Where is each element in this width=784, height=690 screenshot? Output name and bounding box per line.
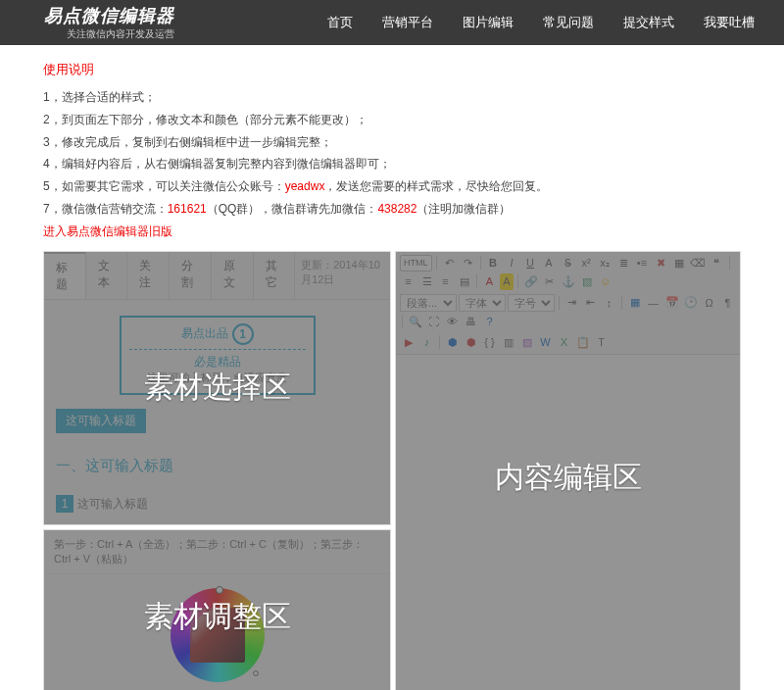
ul-icon[interactable]: •≡ (634, 255, 651, 271)
code-icon[interactable]: { } (481, 334, 498, 351)
size-select[interactable]: 字号 (508, 294, 555, 312)
align-justify-icon[interactable]: ▤ (456, 273, 472, 290)
paragraph-select[interactable]: 段落... (400, 294, 457, 312)
preview-icon[interactable]: 👁 (444, 314, 461, 330)
remove-format-icon[interactable]: ⌫ (690, 255, 707, 271)
template-tabs: 标题 文本 关注 分割 原文 其它 更新：2014年10月12日 (44, 252, 390, 300)
undo-icon[interactable]: ↶ (441, 255, 458, 271)
color-wheel[interactable] (171, 588, 265, 682)
blockquote-icon[interactable]: ❝ (709, 255, 725, 271)
unlink-icon[interactable]: ✂ (541, 273, 558, 290)
color-square[interactable] (190, 608, 245, 663)
nav-feedback[interactable]: 我要吐槽 (704, 14, 755, 31)
video-icon[interactable]: ▶ (400, 334, 416, 351)
word-icon[interactable]: W (537, 334, 554, 351)
lineheight-icon[interactable]: ↕ (601, 294, 617, 311)
logo: 易点微信编辑器 关注微信内容开发及运营 (44, 4, 174, 41)
editor-panel: HTML ↶ ↷ B I U A S̶ x² x₂ ≣ •≡ ✖ ▦ ⌫ ❝ ≡ (395, 251, 741, 690)
bold-icon[interactable]: B (485, 255, 502, 271)
align-left-icon[interactable]: ≡ (400, 273, 416, 290)
nav-faq[interactable]: 常见问题 (543, 14, 594, 31)
tab-title[interactable]: 标题 (44, 252, 86, 299)
number-badge-icon: 1 (232, 323, 254, 345)
italic-icon[interactable]: I (504, 255, 520, 271)
tab-other[interactable]: 其它 (254, 252, 296, 299)
hue-handle-icon[interactable] (216, 586, 223, 594)
adjust-panel: 第一步：Ctrl + A（全选）；第二步：Ctrl + C（复制）；第三步：Ct… (43, 529, 391, 690)
music-icon[interactable]: ♪ (418, 334, 435, 351)
strike-icon[interactable]: S̶ (560, 255, 576, 271)
font-select[interactable]: 字体 (459, 294, 506, 312)
legacy-link[interactable]: 进入易点微信编辑器旧版 (43, 224, 172, 238)
superscript-icon[interactable]: x² (578, 255, 595, 271)
subscript-icon[interactable]: x₂ (597, 255, 613, 271)
template-update: 更新：2014年10月12日 (295, 252, 390, 299)
number-icon: 1 (56, 495, 74, 513)
clear-format-icon[interactable]: ✖ (653, 255, 669, 271)
paste-icon[interactable]: 📋 (574, 334, 591, 351)
tab-original[interactable]: 原文 (212, 252, 254, 299)
adjust-instructions: 第一步：Ctrl + A（全选）；第二步：Ctrl + C（复制）；第三步：Ct… (44, 530, 390, 574)
instructions-title: 使用说明 (43, 61, 741, 78)
template-card[interactable]: 易点出品 1 必是精品 这里可输入标题，自适应宽度 (120, 316, 316, 395)
date-icon[interactable]: 📅 (663, 294, 680, 311)
backcolor-icon[interactable]: A (500, 273, 514, 290)
anchor-icon[interactable]: ⚓ (560, 273, 576, 290)
time-icon[interactable]: 🕑 (682, 294, 699, 311)
search-icon[interactable]: 🔍 (407, 314, 423, 330)
template-body[interactable]: 易点出品 1 必是精品 这里可输入标题，自适应宽度 这可输入标题 一、这可输入标… (44, 300, 390, 543)
special-char-icon[interactable]: Ω (701, 294, 717, 311)
editor-toolbar: HTML ↶ ↷ B I U A S̶ x² x₂ ≣ •≡ ✖ ▦ ⌫ ❝ ≡ (396, 252, 740, 355)
sv-handle-icon[interactable] (253, 670, 259, 676)
outdent-icon[interactable]: ⇤ (582, 294, 599, 311)
underline-icon[interactable]: U (522, 255, 539, 271)
tab-follow[interactable]: 关注 (127, 252, 170, 299)
paste-plain-icon[interactable]: T (593, 334, 610, 351)
html-mode-button[interactable]: HTML (400, 255, 432, 271)
map-icon[interactable]: ⬢ (444, 334, 461, 351)
print-icon[interactable]: 🖶 (463, 314, 479, 330)
excel-icon[interactable]: X (556, 334, 572, 351)
pagebreak-icon[interactable]: ¶ (719, 294, 736, 311)
select-all-icon[interactable]: ▦ (671, 255, 688, 271)
editor-content[interactable] (396, 355, 740, 690)
instruction-line: 1，选择合适的样式； (43, 86, 741, 109)
template-select-panel: 标题 文本 关注 分割 原文 其它 更新：2014年10月12日 易点出品 1 … (43, 251, 391, 525)
emotion-icon[interactable]: ☺ (597, 273, 613, 290)
redo-icon[interactable]: ↷ (460, 255, 476, 271)
instruction-line: 3，修改完成后，复制到右侧编辑框中进一步编辑完整； (43, 131, 741, 154)
workspace: 标题 文本 关注 分割 原文 其它 更新：2014年10月12日 易点出品 1 … (0, 251, 784, 690)
link-icon[interactable]: 🔗 (522, 273, 539, 290)
help-icon[interactable]: ? (481, 314, 498, 330)
background-icon[interactable]: ▨ (518, 334, 535, 351)
tab-text[interactable]: 文本 (86, 252, 128, 299)
nav-submit-style[interactable]: 提交样式 (623, 14, 674, 31)
logo-tagline: 关注微信内容开发及运营 (44, 27, 174, 41)
align-center-icon[interactable]: ☰ (418, 273, 435, 290)
logo-title: 易点微信编辑器 (44, 4, 174, 27)
tab-divider[interactable]: 分割 (170, 252, 212, 299)
instruction-line: 4，编辑好内容后，从右侧编辑器复制完整内容到微信编辑器即可； (43, 153, 741, 175)
nav-image-edit[interactable]: 图片编辑 (463, 14, 514, 31)
template-heading[interactable]: 一、这可输入标题 (56, 457, 378, 475)
nav-home[interactable]: 首页 (327, 14, 353, 31)
template-sample-button[interactable]: 这可输入标题 (56, 409, 146, 433)
template-icon[interactable]: ▥ (500, 334, 516, 351)
font-family-icon[interactable]: A (541, 255, 558, 271)
gmap-icon[interactable]: ⬢ (463, 334, 479, 351)
indent-icon[interactable]: ⇥ (564, 294, 580, 311)
fullscreen-icon[interactable]: ⛶ (425, 314, 442, 330)
instruction-line: 5，如需要其它需求，可以关注微信公众账号：yeadwx，发送您需要的样式需求，尽… (43, 175, 741, 198)
instructions-list: 1，选择合适的样式； 2，到页面左下部分，修改文本和颜色（部分元素不能更改）； … (43, 86, 741, 243)
image-icon[interactable]: ▧ (578, 273, 595, 290)
ol-icon[interactable]: ≣ (615, 255, 632, 271)
table-icon[interactable]: ▦ (626, 294, 643, 311)
hr-icon[interactable]: ― (645, 294, 662, 311)
instruction-line: 2，到页面左下部分，修改文本和颜色（部分元素不能更改）； (43, 109, 741, 131)
top-header: 易点微信编辑器 关注微信内容开发及运营 首页 营销平台 图片编辑 常见问题 提交… (0, 0, 784, 45)
forecolor-icon[interactable]: A (481, 273, 498, 290)
nav-marketing[interactable]: 营销平台 (382, 14, 433, 31)
instructions-section: 使用说明 1，选择合适的样式； 2，到页面左下部分，修改文本和颜色（部分元素不能… (0, 45, 784, 251)
align-right-icon[interactable]: ≡ (437, 273, 454, 290)
main-nav: 首页 营销平台 图片编辑 常见问题 提交样式 我要吐槽 (327, 14, 755, 31)
